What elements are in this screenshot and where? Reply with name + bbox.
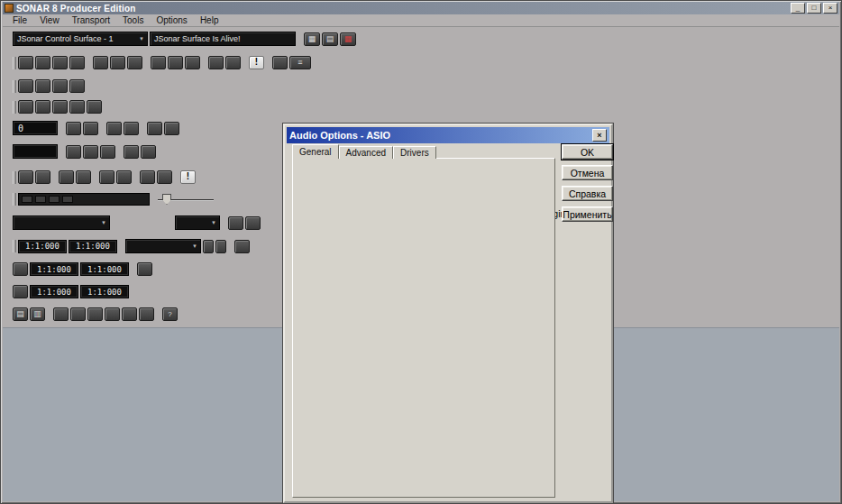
toolbar-button[interactable] bbox=[59, 170, 74, 184]
close-icon[interactable]: × bbox=[823, 3, 837, 14]
layout-list-icon[interactable]: ▤ bbox=[322, 32, 338, 46]
toolbar-button[interactable] bbox=[83, 122, 98, 135]
toolbar-button[interactable] bbox=[13, 262, 28, 276]
toolbar-grip[interactable] bbox=[13, 240, 16, 252]
tab-general[interactable]: General bbox=[292, 144, 339, 159]
time-display[interactable]: 1:1:000 bbox=[30, 285, 78, 298]
toolbar-button[interactable] bbox=[139, 307, 154, 321]
dialog-titlebar[interactable]: Audio Options - ASIO × bbox=[287, 127, 609, 143]
time-display[interactable]: 1:1:000 bbox=[80, 285, 129, 298]
toolbar-button[interactable] bbox=[18, 79, 33, 93]
layout-grid-icon[interactable]: ▦ bbox=[304, 32, 320, 46]
titlebar[interactable]: SONAR 8 Producer Edition _ □ × bbox=[3, 2, 839, 14]
toolbar-button[interactable] bbox=[18, 100, 33, 114]
time-display[interactable]: 1:1:000 bbox=[69, 240, 117, 253]
toolbar-button[interactable] bbox=[35, 100, 50, 114]
menu-help[interactable]: Help bbox=[194, 15, 225, 25]
toolbar-button[interactable] bbox=[35, 170, 50, 184]
toolbar-button[interactable] bbox=[18, 170, 33, 184]
toolbar-button[interactable] bbox=[122, 307, 137, 321]
open-file-button[interactable]: ▥ bbox=[30, 307, 45, 321]
toolbar-button[interactable] bbox=[69, 56, 85, 69]
time-display[interactable]: 1:1:000 bbox=[18, 240, 67, 253]
toolbar-menu-button[interactable]: ≡ bbox=[289, 56, 311, 69]
toolbar-grip[interactable] bbox=[13, 101, 16, 114]
toolbar-button[interactable] bbox=[52, 79, 68, 93]
toolbar-button[interactable] bbox=[228, 216, 243, 230]
toolbar-button[interactable] bbox=[35, 56, 50, 69]
toolbar-button[interactable] bbox=[52, 100, 68, 114]
time-display[interactable]: 1:1:000 bbox=[30, 262, 78, 276]
toolbar-slider[interactable] bbox=[158, 192, 214, 206]
toolbar-button[interactable] bbox=[141, 145, 156, 159]
toolbar-grip[interactable] bbox=[13, 57, 16, 69]
toolbar-button[interactable] bbox=[106, 122, 122, 135]
toolbar-button[interactable] bbox=[13, 285, 28, 298]
menu-view[interactable]: View bbox=[33, 15, 66, 25]
layout-close-icon[interactable]: ▦ bbox=[340, 32, 356, 46]
toolbar-button[interactable] bbox=[66, 145, 81, 159]
toolbar-button[interactable] bbox=[208, 56, 224, 69]
minimize-icon[interactable]: _ bbox=[791, 3, 805, 14]
toolbar-button[interactable] bbox=[124, 122, 139, 135]
alert-bang-button[interactable]: ! bbox=[249, 56, 264, 69]
toolbar-select-small[interactable]: ▼ bbox=[175, 215, 220, 230]
toolbar-grip[interactable] bbox=[13, 80, 16, 93]
toolbar-button[interactable] bbox=[52, 56, 68, 69]
toolbar-button[interactable] bbox=[127, 56, 142, 69]
toolbar-button[interactable] bbox=[137, 262, 152, 276]
new-file-button[interactable]: ▤ bbox=[13, 307, 28, 321]
toolbar-button[interactable] bbox=[234, 240, 250, 253]
menu-transport[interactable]: Transport bbox=[66, 15, 116, 25]
toolbar-select[interactable]: ▼ bbox=[13, 215, 110, 230]
cancel-button[interactable]: Отмена bbox=[562, 165, 613, 180]
toolbar-button[interactable] bbox=[151, 56, 166, 69]
toolbar-button[interactable] bbox=[215, 240, 226, 253]
toolbar-grip[interactable] bbox=[13, 193, 16, 206]
toolbar-button[interactable] bbox=[70, 307, 86, 321]
value-display[interactable] bbox=[13, 144, 58, 159]
toolbar-button[interactable] bbox=[185, 56, 200, 69]
help-button[interactable]: Справка bbox=[562, 186, 613, 201]
toolbar-button[interactable] bbox=[87, 307, 103, 321]
toolbar-button[interactable] bbox=[105, 307, 120, 321]
toolbar-button[interactable] bbox=[168, 56, 183, 69]
apply-button[interactable]: Применить bbox=[562, 206, 613, 222]
toolbar-button[interactable] bbox=[66, 122, 81, 135]
counter-display[interactable]: 0 bbox=[13, 121, 58, 135]
toolbar-button[interactable] bbox=[272, 56, 288, 69]
toolbar-grip[interactable] bbox=[13, 171, 16, 184]
toolbar-button[interactable] bbox=[110, 56, 125, 69]
toolbar-button[interactable] bbox=[157, 170, 172, 184]
ok-button[interactable]: OK bbox=[562, 144, 613, 160]
toolbar-button[interactable] bbox=[87, 100, 102, 114]
toolbar-button[interactable] bbox=[140, 170, 155, 184]
toolbar-button[interactable] bbox=[99, 170, 114, 184]
toolbar-button[interactable] bbox=[116, 170, 132, 184]
toolbar-button[interactable] bbox=[83, 145, 98, 159]
toolbar-button[interactable] bbox=[69, 79, 85, 93]
alert-bang-button[interactable]: ! bbox=[180, 170, 196, 184]
help-button[interactable]: ? bbox=[162, 307, 178, 321]
toolbar-button[interactable] bbox=[76, 170, 91, 184]
dialog-close-icon[interactable]: × bbox=[592, 129, 607, 142]
toolbar-button[interactable] bbox=[100, 145, 115, 159]
toolbar-button[interactable] bbox=[203, 240, 214, 253]
time-display[interactable]: 1:1:000 bbox=[80, 262, 129, 276]
toolbar-button[interactable] bbox=[35, 79, 50, 93]
menu-file[interactable]: File bbox=[6, 15, 33, 25]
toolbar-button[interactable] bbox=[93, 56, 108, 69]
toolbar-button[interactable] bbox=[147, 122, 162, 135]
restore-icon[interactable]: □ bbox=[807, 3, 821, 14]
toolbar-button[interactable] bbox=[18, 56, 33, 69]
tab-drivers[interactable]: Drivers bbox=[393, 146, 436, 159]
toolbar-button[interactable] bbox=[53, 307, 69, 321]
menu-tools[interactable]: Tools bbox=[116, 15, 150, 25]
toolbar-button[interactable] bbox=[69, 100, 85, 114]
control-surface-select[interactable]: JSonar Control Surface - 1 ▼ bbox=[13, 32, 148, 46]
slider-thumb[interactable] bbox=[162, 194, 171, 205]
tab-advanced[interactable]: Advanced bbox=[339, 146, 393, 159]
menu-options[interactable]: Options bbox=[150, 15, 193, 25]
toolbar-button[interactable] bbox=[245, 216, 261, 230]
toolbar-button[interactable] bbox=[124, 145, 139, 159]
